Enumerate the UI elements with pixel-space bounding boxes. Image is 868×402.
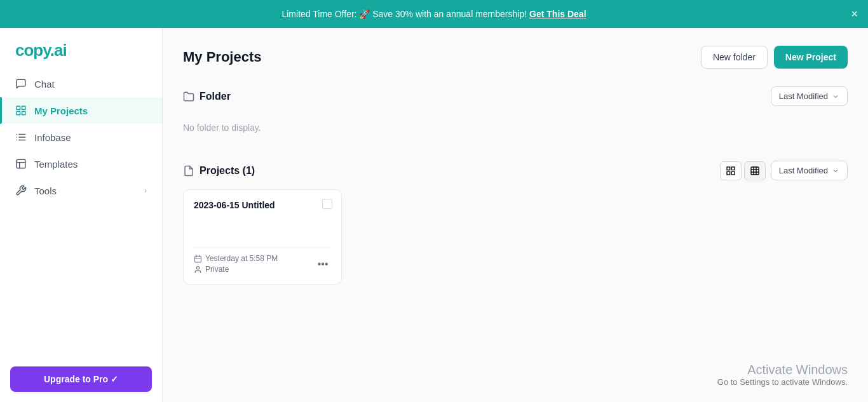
page-header: My Projects New folder New Project <box>183 46 848 69</box>
new-folder-button[interactable]: New folder <box>701 46 768 69</box>
folder-sort-label: Last Modified <box>779 91 828 101</box>
page-title: My Projects <box>183 49 262 65</box>
projects-icon <box>15 105 27 116</box>
project-checkbox[interactable] <box>322 199 332 209</box>
folder-section: Folder Last Modified No folder to displa… <box>183 86 848 140</box>
svg-rect-14 <box>731 167 735 170</box>
projects-sort-label: Last Modified <box>779 166 828 175</box>
project-card-footer: Yesterday at 5:58 PM Private ••• <box>194 247 331 274</box>
project-visibility-text: Private <box>205 265 229 274</box>
sidebar-tools-label: Tools <box>34 185 57 196</box>
sidebar-templates-label: Templates <box>34 159 78 170</box>
user-icon <box>194 265 202 274</box>
svg-rect-13 <box>727 167 730 170</box>
infobase-icon <box>15 131 27 143</box>
sidebar-infobase-label: Infobase <box>34 132 71 143</box>
logo-part2: ai <box>54 41 67 60</box>
sidebar: copy.ai Chat My Projects <box>0 28 163 402</box>
folder-sort-dropdown[interactable]: Last Modified <box>771 86 848 106</box>
project-card[interactable]: 2023-06-15 Untitled Yest <box>183 189 342 285</box>
svg-rect-16 <box>731 171 735 175</box>
projects-sort-dropdown[interactable]: Last Modified <box>771 161 848 180</box>
project-visibility: Private <box>194 265 278 274</box>
main-content: My Projects New folder New Project Folde… <box>163 28 868 402</box>
banner-text: Limited Time Offer: 🚀 Save 30% with an a… <box>281 9 527 19</box>
projects-title-text: Projects (1) <box>200 165 255 177</box>
svg-point-26 <box>196 266 199 269</box>
folder-section-title: Folder <box>183 91 231 102</box>
chevron-down-icon <box>832 167 839 175</box>
tools-icon <box>15 185 27 196</box>
grid-view-icon <box>750 166 760 176</box>
sidebar-item-chat[interactable]: Chat <box>0 70 162 97</box>
projects-grid: 2023-06-15 Untitled Yest <box>183 189 848 285</box>
get-deal-link[interactable]: Get This Deal <box>529 9 586 19</box>
templates-icon <box>15 158 27 170</box>
logo-part1: copy. <box>15 41 54 60</box>
sidebar-item-infobase[interactable]: Infobase <box>0 124 162 151</box>
windows-activate-line1: Activate Windows <box>717 363 848 377</box>
svg-rect-15 <box>727 171 730 175</box>
project-more-button[interactable]: ••• <box>315 256 331 272</box>
grid-view-button[interactable] <box>744 161 766 180</box>
folder-icon <box>183 91 194 102</box>
svg-rect-2 <box>22 112 25 115</box>
tools-chevron: › <box>144 186 147 195</box>
chat-icon <box>15 78 27 90</box>
list-view-button[interactable] <box>720 161 742 180</box>
list-view-icon <box>726 166 736 176</box>
svg-rect-1 <box>22 106 25 109</box>
svg-rect-10 <box>17 159 25 168</box>
projects-section: Projects (1) <box>183 161 848 285</box>
logo: copy.ai <box>0 28 162 70</box>
project-date: Yesterday at 5:58 PM <box>194 254 278 263</box>
svg-rect-0 <box>17 106 20 109</box>
sidebar-chat-label: Chat <box>34 79 55 90</box>
project-card-title: 2023-06-15 Untitled <box>194 200 331 210</box>
view-toggles <box>720 161 766 180</box>
sidebar-projects-label: My Projects <box>34 105 88 116</box>
project-date-text: Yesterday at 5:58 PM <box>205 254 278 263</box>
project-meta: Yesterday at 5:58 PM Private <box>194 254 278 274</box>
sidebar-bottom: Upgrade to Pro ✓ <box>0 356 162 402</box>
upgrade-button[interactable]: Upgrade to Pro ✓ <box>10 366 152 392</box>
svg-rect-22 <box>195 256 201 262</box>
projects-section-header: Projects (1) <box>183 161 848 180</box>
sidebar-item-tools[interactable]: Tools › <box>0 177 162 204</box>
folder-section-header: Folder Last Modified <box>183 86 848 106</box>
document-icon <box>183 165 194 177</box>
folder-empty-state: No folder to display. <box>183 115 848 140</box>
chevron-down-icon <box>832 93 839 100</box>
sidebar-item-my-projects[interactable]: My Projects <box>0 97 162 124</box>
new-project-button[interactable]: New Project <box>774 46 848 69</box>
header-actions: New folder New Project <box>701 46 848 69</box>
svg-rect-17 <box>751 167 759 175</box>
projects-section-title: Projects (1) <box>183 165 255 177</box>
svg-rect-3 <box>17 112 20 115</box>
active-indicator <box>0 97 2 124</box>
folder-title-text: Folder <box>200 91 231 102</box>
calendar-icon <box>194 255 202 263</box>
banner-close-button[interactable]: × <box>851 8 858 21</box>
promo-banner: Limited Time Offer: 🚀 Save 30% with an a… <box>0 0 868 28</box>
projects-header-right: Last Modified <box>720 161 848 180</box>
windows-activate-line2: Go to Settings to activate Windows. <box>717 377 848 387</box>
sidebar-item-templates[interactable]: Templates <box>0 151 162 177</box>
windows-activation: Activate Windows Go to Settings to activ… <box>717 363 848 387</box>
